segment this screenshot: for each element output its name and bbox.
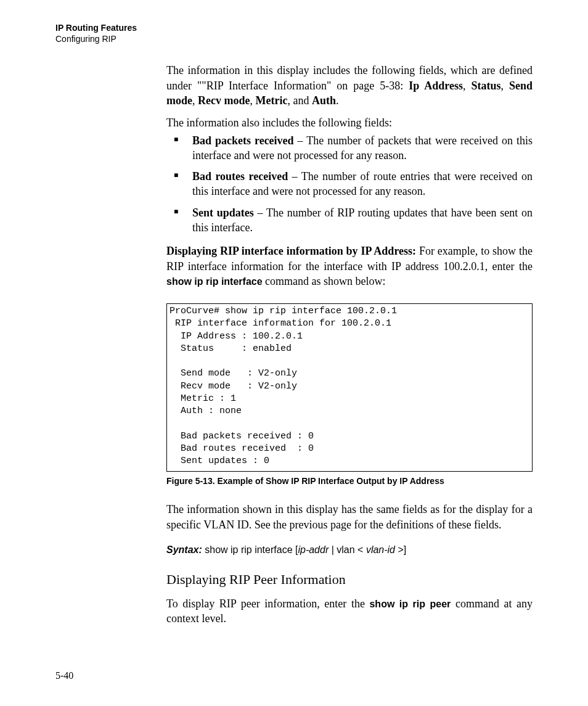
syntax-arg-vlanid: vlan-id — [366, 544, 398, 555]
subsection-paragraph: To display RIP peer information, enter t… — [166, 596, 533, 626]
syntax-label: Syntax: — [166, 544, 202, 555]
bullet-term: Sent updates — [192, 207, 254, 219]
field-status: Status — [471, 80, 500, 92]
subsection-text-a: To display RIP peer information, enter t… — [166, 597, 369, 610]
header-section: IP Routing Features — [55, 22, 533, 33]
header-topic: Configuring RIP — [55, 33, 533, 44]
list-item: Bad routes received – The number of rout… — [166, 169, 533, 199]
syntax-end: >] — [398, 544, 406, 555]
after-figure-paragraph: The information shown in this display ha… — [166, 502, 533, 532]
syntax-arg-ipaddr: ip-addr — [298, 544, 329, 555]
page-number: 5-40 — [55, 669, 73, 683]
displaying-by-ip-paragraph: Displaying RIP interface information by … — [166, 244, 533, 289]
displaying-tail: command as shown below: — [263, 275, 386, 287]
syntax-line: Syntax: show ip rip interface [ip-addr |… — [166, 542, 533, 557]
bullet-term: Bad routes received — [192, 170, 288, 183]
intro-paragraph-2: The information also includes the follow… — [166, 115, 533, 130]
field-ip-address: Ip Address — [409, 80, 463, 92]
field-auth: Auth — [312, 94, 336, 107]
list-item: Bad packets received – The number of pac… — [166, 133, 533, 163]
syntax-command: show ip rip interface [ — [202, 544, 298, 555]
running-header: IP Routing Features Configuring RIP — [55, 22, 533, 44]
inline-command: show ip rip peer — [369, 599, 451, 609]
content-column: The information in this display includes… — [166, 63, 533, 626]
inline-command: show ip rip interface — [166, 276, 263, 287]
field-metric: Metric — [255, 94, 287, 107]
syntax-mid: | vlan < — [329, 544, 366, 555]
subsection-heading: Displaying RIP Peer Information — [166, 570, 533, 589]
intro-paragraph-1: The information in this display includes… — [166, 63, 533, 108]
list-item: Sent updates – The number of RIP routing… — [166, 205, 533, 236]
displaying-lead: Displaying RIP interface information by … — [166, 245, 416, 257]
figure-caption: Figure 5-13. Example of Show IP RIP Inte… — [166, 475, 533, 487]
terminal-output: ProCurve# show ip rip interface 100.2.0.… — [166, 303, 533, 472]
bullet-term: Bad packets received — [192, 134, 294, 147]
field-recv-mode: Recv mode — [198, 94, 250, 107]
field-bullet-list: Bad packets received – The number of pac… — [166, 133, 533, 236]
page: IP Routing Features Configuring RIP The … — [0, 0, 588, 706]
